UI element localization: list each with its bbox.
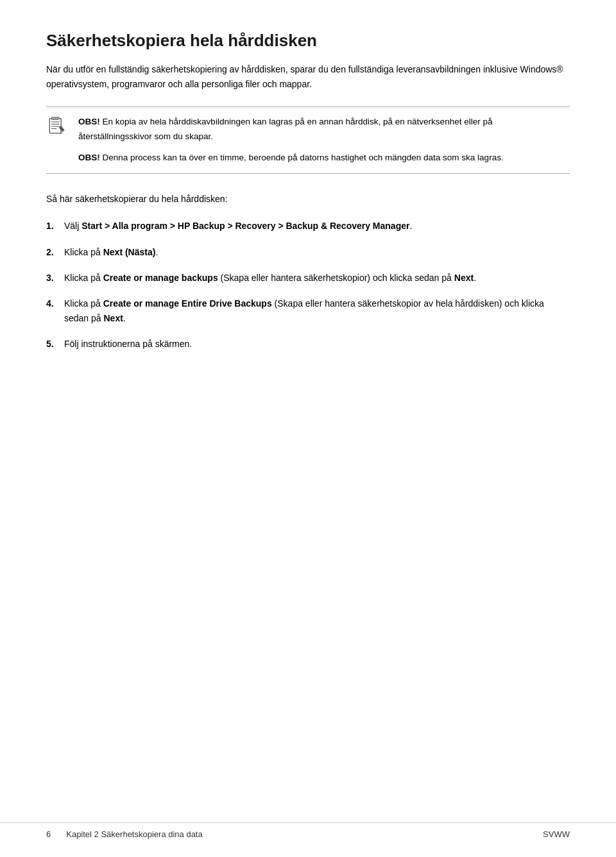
note-icon <box>46 116 69 139</box>
step-item: 5. Följ instruktionerna på skärmen. <box>46 337 570 351</box>
footer-locale: SVWW <box>543 829 570 839</box>
svg-point-8 <box>54 117 56 119</box>
note2-text: OBS! Denna process kan ta över en timme,… <box>78 151 560 165</box>
page-footer: 6 Kapitel 2 Säkerhetskopiera dina data S… <box>0 822 616 839</box>
svg-point-7 <box>51 117 53 119</box>
step-number-3: 3. <box>46 271 64 285</box>
step-item: 3. Klicka på Create or manage backups (S… <box>46 271 570 285</box>
page-title: Säkerhetskopiera hela hårddisken <box>46 31 570 51</box>
step-number-1: 1. <box>46 219 64 233</box>
step-number-5: 5. <box>46 337 64 351</box>
note1-text: OBS! En kopia av hela hårddiskavbildning… <box>78 115 560 144</box>
notes-section: OBS! En kopia av hela hårddiskavbildning… <box>46 106 570 174</box>
svg-rect-5 <box>59 126 65 132</box>
step-number-2: 2. <box>46 245 64 259</box>
page-content: Säkerhetskopiera hela hårddisken När du … <box>0 0 616 418</box>
step-content-4: Klicka på Create or manage Entire Drive … <box>64 296 570 325</box>
intro-paragraph: När du utför en fullständig säkerhetskop… <box>46 62 570 91</box>
step-content-5: Följ instruktionerna på skärmen. <box>64 337 570 351</box>
step-content-2: Klicka på Next (Nästa). <box>64 245 570 259</box>
svg-rect-0 <box>49 119 61 133</box>
section-intro: Så här säkerhetskopierar du hela hårddis… <box>46 192 570 206</box>
svg-point-9 <box>56 117 58 119</box>
note1-label: OBS! <box>78 117 100 126</box>
step-item: 1. Välj Start > Alla program > HP Backup… <box>46 219 570 233</box>
note2-label: OBS! <box>78 153 100 162</box>
note2-content: Denna process kan ta över en timme, bero… <box>103 153 504 162</box>
step-content-1: Välj Start > Alla program > HP Backup > … <box>64 219 570 233</box>
step-content-3: Klicka på Create or manage backups (Skap… <box>64 271 570 285</box>
footer-page-number: 6 <box>46 829 51 839</box>
note1-content: En kopia av hela hårddiskavbildningen ka… <box>78 117 492 141</box>
step-item: 4. Klicka på Create or manage Entire Dri… <box>46 296 570 325</box>
notes-combined-content: OBS! En kopia av hela hårddiskavbildning… <box>78 115 560 165</box>
step-item: 2. Klicka på Next (Nästa). <box>46 245 570 259</box>
notepad-icon <box>46 116 67 137</box>
step-number-4: 4. <box>46 296 64 310</box>
steps-list: 1. Välj Start > Alla program > HP Backup… <box>46 219 570 351</box>
footer-left: 6 Kapitel 2 Säkerhetskopiera dina data <box>46 829 203 839</box>
footer-chapter: Kapitel 2 Säkerhetskopiera dina data <box>66 829 202 839</box>
